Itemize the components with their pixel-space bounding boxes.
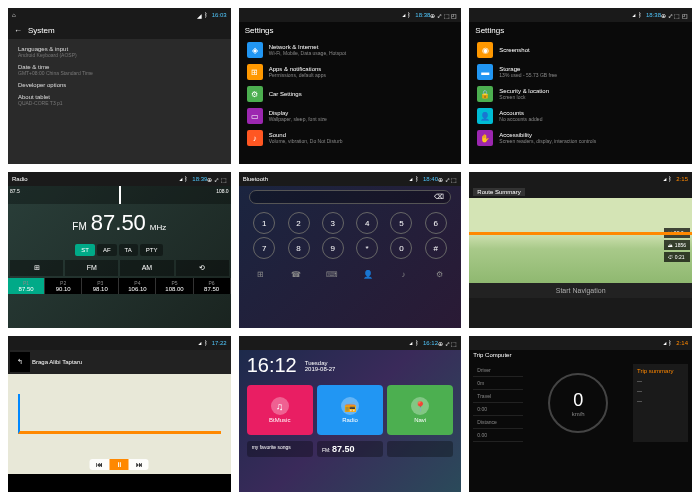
launcher-tile[interactable]: ♫BtMusic [247,385,313,435]
preset-button[interactable]: P187.50 [8,278,45,294]
category-icon: ⚙ [247,86,263,102]
dial-key[interactable]: 4 [356,212,378,234]
dial-key[interactable]: 6 [425,212,447,234]
settings-item[interactable]: ✋AccessibilityScreen readers, display, i… [469,127,692,149]
home-icon[interactable]: ⌂ [12,12,16,18]
map[interactable]: ✕ 28.3⛰ 1856⏱ 0:21 [469,198,692,283]
back-icon[interactable]: ← [14,26,22,35]
app-title: Radio [12,176,28,182]
summary-row: — [635,376,686,386]
start-navigation-button[interactable]: Start Navigation [469,283,692,298]
preset-button[interactable]: P687.50 [194,278,231,294]
preset-button[interactable]: P398.10 [82,278,119,294]
delete-icon[interactable]: ⌫ [434,193,444,201]
playback-button[interactable]: ⏸ [110,459,129,470]
settings-item[interactable]: ◈Network & InternetWi-Fi, Mobile, Data u… [239,39,462,61]
clock: 18:38 [646,12,661,18]
route-stat[interactable]: ⛰ 1856 [664,240,690,250]
radio-tag[interactable]: AF [97,244,117,256]
category-icon: ◈ [247,42,263,58]
bottom-icon[interactable]: ⚙ [432,267,446,281]
route-summary-label[interactable]: Route Summary [473,188,524,196]
statusbar: ◢ ᛒ 18:38 ⊕ ⤢ ⬚ ◰ [469,8,692,22]
freq-scale[interactable]: 87.5 108.0 [8,186,231,204]
band-button[interactable]: FM [65,260,118,276]
settings-screen-1: ◢ ᛒ 18:38 ⊕ ⤢ ⬚ ◰ Settings ◈Network & In… [239,8,462,164]
preset-button[interactable]: P290.10 [45,278,82,294]
unit: MHz [150,223,166,232]
statusbar: ⌂ ◢ᛒ 16:03 [8,8,231,22]
dial-key[interactable]: 2 [288,212,310,234]
system-settings-screen: ⌂ ◢ᛒ 16:03 ← System Languages & inputAnd… [8,8,231,164]
dial-key[interactable]: 9 [322,237,344,259]
launcher-tile[interactable]: 📻Radio [317,385,383,435]
category-icon: ♪ [247,130,263,146]
settings-item[interactable]: ⊞Apps & notificationsPermissions, defaul… [239,61,462,83]
settings-item[interactable]: Date & timeGMT+08:00 China Standard Time [8,61,231,79]
frequency: 87.50 [91,210,146,236]
band-button[interactable]: AM [120,260,173,276]
radio-tag[interactable]: ST [75,244,95,256]
bottom-icon[interactable]: 👤 [361,267,375,281]
bottom-icon[interactable]: ⌨ [325,267,339,281]
route-stat[interactable]: ⏱ 0:21 [664,252,690,262]
dial-key[interactable]: 3 [322,212,344,234]
route-stat[interactable]: ✕ 28.3 [664,228,690,238]
playback-button[interactable]: ⏭ [130,459,149,470]
header: ← System [8,22,231,39]
trip-stat: 0m [473,377,523,390]
settings-item[interactable]: ⚙Car Settings [239,83,462,105]
dial-key[interactable]: 7 [253,237,275,259]
dial-key[interactable]: 8 [288,237,310,259]
launcher-tile[interactable]: 📍Navi [387,385,453,435]
dial-key[interactable]: 0 [390,237,412,259]
dial-key[interactable]: # [425,237,447,259]
clock: 18:38 [415,12,430,18]
preset-button[interactable]: P4106.10 [119,278,156,294]
preset-button[interactable]: P5108.00 [156,278,193,294]
bottom-icon[interactable]: ⊞ [254,267,268,281]
settings-item[interactable]: ▭DisplayWallpaper, sleep, font size [239,105,462,127]
settings-item[interactable]: 🔒Security & locationScreen lock [469,83,692,105]
band-button[interactable]: ⊞ [10,260,63,276]
clock: 16:03 [212,12,227,18]
bottom-icon[interactable]: ☎ [289,267,303,281]
band-button[interactable]: ⟲ [176,260,229,276]
nav-route-summary-screen: ◢ ᛒ 2:15 Route Summary ✕ 28.3⛰ 1856⏱ 0:2… [469,172,692,328]
music-widget[interactable]: my favorite songs [247,441,313,457]
speed-unit: km/h [572,411,585,417]
radio-tag[interactable]: PTY [140,244,164,256]
dial-key[interactable]: 1 [253,212,275,234]
bt-icon: ᛒ [204,12,208,18]
radio-screen: Radio ◢ ᛒ 18:39 ⊕ ⤢ ⬚ 87.5 108.0 FM 87.5… [8,172,231,328]
date: 2019-08-27 [305,366,336,372]
dial-input[interactable]: ⌫ [249,190,452,204]
category-icon: ⊞ [247,64,263,80]
dial-key[interactable]: * [356,237,378,259]
settings-item[interactable]: Languages & inputAndroid Keyboard (AOSP) [8,43,231,61]
bottom-icon[interactable]: ♪ [397,267,411,281]
settings-item[interactable]: ♪SoundVolume, vibration, Do Not Disturb [239,127,462,149]
band-label: FM [72,221,86,232]
settings-item[interactable]: 👤AccountsNo accounts added [469,105,692,127]
trip-stat: Distance [473,416,523,429]
page-title: Settings [245,26,274,35]
bluetooth-dialer-screen: Bluetooth◢ ᛒ 18:40 ⊕ ⤢ ⬚ ⌫ 123456789*0# … [239,172,462,328]
trip-stat: 0.00 [473,429,523,442]
nav-widget[interactable] [387,441,453,457]
dial-key[interactable]: 5 [390,212,412,234]
settings-item[interactable]: Developer options [8,79,231,91]
radio-tag[interactable]: TA [119,244,138,256]
clock-large: 16:12 [247,354,297,377]
category-icon: 🔒 [477,86,493,102]
category-icon: 👤 [477,108,493,124]
map[interactable]: ⏮⏸⏭ [8,374,231,474]
wifi-icon: ◢ [197,12,202,19]
radio-widget[interactable]: FM: 87.50 [317,441,383,457]
settings-item[interactable]: ▬Storage13% used - 55.73 GB free [469,61,692,83]
trip-stat: 0:00 [473,403,523,416]
category-icon: ✋ [477,130,493,146]
settings-item[interactable]: About tabletQUAD-CORE T3 p1 [8,91,231,109]
playback-button[interactable]: ⏮ [90,459,109,470]
settings-item[interactable]: ◉Screenshot [469,39,692,61]
